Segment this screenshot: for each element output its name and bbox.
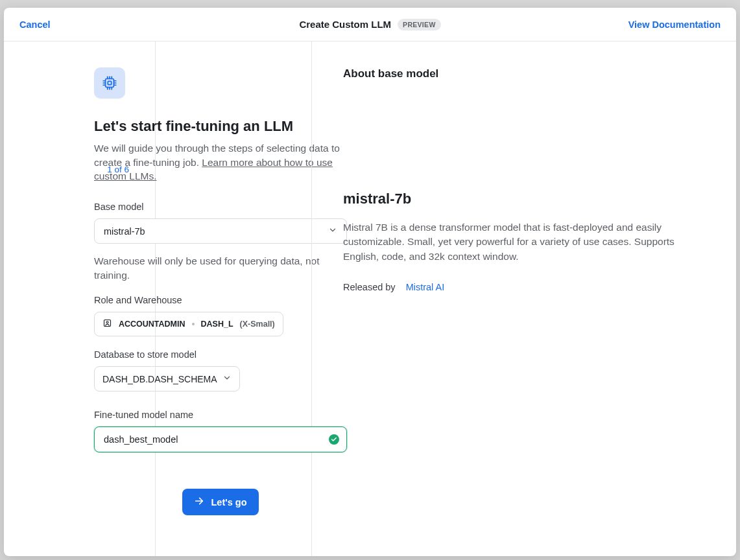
page-heading: Let's start fine-tuning an LLM [94, 118, 347, 135]
main-form: Let's start fine-tuning an LLM We will g… [94, 41, 311, 556]
about-model-description: Mistral 7B is a dense transformer model … [343, 220, 705, 264]
role-warehouse-label: Role and Warehouse [94, 295, 347, 305]
role-warehouse-select[interactable]: ACCOUNTADMIN DASH_L (X-Small) [94, 312, 283, 336]
warehouse-size: (X-Small) [240, 320, 275, 329]
model-name-input[interactable] [94, 426, 347, 452]
about-panel: About base model mistral-7b Mistral 7B i… [311, 41, 736, 556]
base-model-label: Base model [94, 202, 347, 212]
database-value: DASH_DB.DASH_SCHEMA [102, 374, 217, 384]
svg-point-15 [106, 321, 108, 323]
preview-badge: PREVIEW [398, 19, 441, 30]
chevron-down-icon [222, 373, 232, 384]
warehouse-helper-text: Warehouse will only be used for querying… [94, 254, 347, 282]
view-documentation-link[interactable]: View Documentation [628, 19, 721, 30]
database-select[interactable]: DASH_DB.DASH_SCHEMA [94, 366, 240, 391]
role-value: ACCOUNTADMIN [119, 320, 185, 329]
create-llm-modal: Cancel Create Custom LLM PREVIEW View Do… [4, 8, 736, 556]
checkmark-icon [329, 434, 339, 445]
modal-header: Cancel Create Custom LLM PREVIEW View Do… [4, 8, 736, 41]
arrow-right-icon [194, 496, 204, 508]
modal-title: Create Custom LLM [299, 19, 391, 30]
lets-go-button[interactable]: Let's go [182, 489, 258, 515]
cancel-button[interactable]: Cancel [19, 19, 51, 30]
page-subtext: We will guide you through the steps of s… [94, 141, 347, 183]
separator-dot [192, 323, 195, 325]
chip-icon [94, 67, 125, 99]
base-model-select[interactable]: mistral-7b [94, 218, 347, 244]
about-heading: About base model [343, 67, 705, 80]
cta-label: Let's go [211, 497, 246, 508]
svg-rect-0 [106, 79, 114, 88]
warehouse-value: DASH_L [201, 320, 233, 329]
released-by-row: Released by Mistral AI [343, 282, 705, 292]
svg-rect-1 [108, 81, 111, 84]
released-by-label: Released by [343, 282, 396, 292]
about-model-name: mistral-7b [343, 191, 705, 207]
database-label: Database to store model [94, 349, 347, 360]
role-icon [102, 318, 112, 330]
model-name-label: Fine-tuned model name [94, 410, 347, 420]
released-by-link[interactable]: Mistral AI [406, 282, 445, 292]
base-model-value: mistral-7b [104, 226, 145, 237]
